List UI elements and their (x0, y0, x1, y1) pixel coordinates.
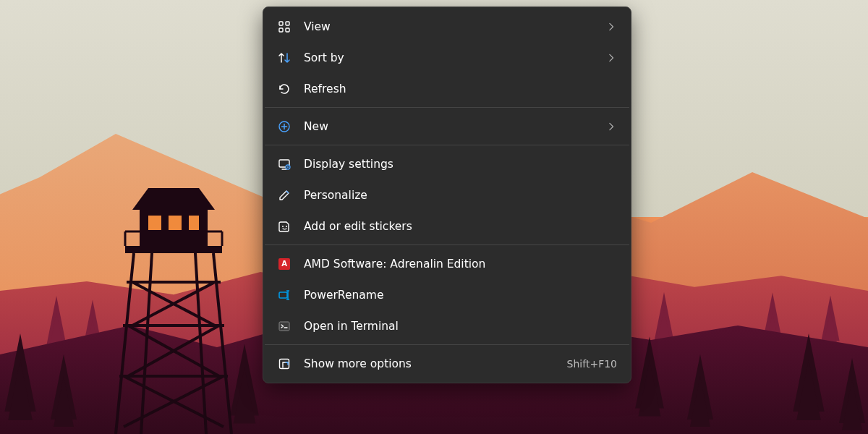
svg-rect-27 (279, 292, 287, 298)
wallpaper-tree (793, 333, 824, 412)
menu-item-display[interactable]: Display settings (267, 148, 627, 179)
wallpaper-tree (46, 296, 67, 348)
svg-line-2 (141, 253, 152, 434)
menu-separator (265, 344, 629, 345)
svg-rect-23 (148, 216, 161, 230)
menu-item-view[interactable]: View (267, 11, 627, 42)
svg-line-1 (213, 253, 231, 434)
menu-item-personalize[interactable]: Personalize (267, 179, 627, 210)
menu-item-label: Sort by (304, 51, 607, 64)
menu-item-label: Personalize (304, 189, 617, 202)
menu-item-refresh[interactable]: Refresh (267, 73, 627, 104)
display-settings-icon (277, 157, 292, 171)
plus-circle-icon (277, 119, 292, 134)
wallpaper-tree (839, 358, 865, 423)
sticker-icon (277, 219, 292, 234)
wallpaper-tree (4, 333, 35, 412)
pencil-icon (277, 188, 292, 203)
svg-rect-24 (169, 216, 182, 230)
wallpaper-tree (635, 337, 664, 409)
menu-item-shortcut: Shift+F10 (567, 358, 617, 370)
expand-icon (277, 357, 292, 371)
menu-item-powerrename[interactable]: PowerRename (267, 279, 627, 310)
menu-separator (265, 244, 629, 245)
menu-item-label: Open in Terminal (304, 320, 617, 333)
menu-separator (265, 145, 629, 145)
refresh-icon (277, 82, 292, 96)
menu-item-label: Display settings (304, 158, 617, 171)
powerrename-icon (277, 288, 292, 302)
menu-separator (265, 107, 629, 108)
menu-item-label: Refresh (304, 82, 617, 95)
grid-icon (277, 20, 292, 34)
menu-item-stickers[interactable]: Add or edit stickers (267, 210, 627, 242)
svg-rect-13 (125, 246, 222, 253)
desktop-context-menu: ViewSort byRefreshNewDisplay settingsPer… (263, 7, 631, 383)
menu-item-terminal[interactable]: Open in Terminal (267, 310, 627, 341)
menu-item-label: View (304, 20, 607, 33)
menu-item-label: Show more options (304, 357, 567, 370)
menu-item-more[interactable]: Show more optionsShift+F10 (267, 348, 627, 379)
svg-line-3 (195, 253, 206, 434)
wallpaper-tree (51, 354, 77, 420)
menu-item-new[interactable]: New (267, 111, 627, 142)
menu-item-amd[interactable]: AAMD Software: Adrenalin Edition (267, 248, 627, 279)
menu-item-label: New (304, 120, 607, 133)
menu-item-label: AMD Software: Adrenalin Edition (304, 258, 617, 271)
amd-icon: A (277, 257, 292, 271)
chevron-right-icon (607, 122, 617, 132)
desktop-wallpaper[interactable]: ViewSort byRefreshNewDisplay settingsPer… (0, 0, 868, 434)
svg-line-0 (116, 253, 134, 434)
terminal-icon (277, 319, 292, 333)
wallpaper-fire-tower (112, 174, 235, 434)
sort-icon (277, 51, 292, 65)
menu-item-sortby[interactable]: Sort by (267, 42, 627, 73)
svg-marker-26 (132, 188, 215, 210)
menu-item-label: Add or edit stickers (304, 220, 617, 233)
chevron-right-icon (607, 22, 617, 32)
menu-item-label: PowerRename (304, 289, 617, 302)
chevron-right-icon (607, 53, 617, 63)
svg-rect-25 (189, 216, 199, 230)
wallpaper-tree (687, 354, 713, 420)
